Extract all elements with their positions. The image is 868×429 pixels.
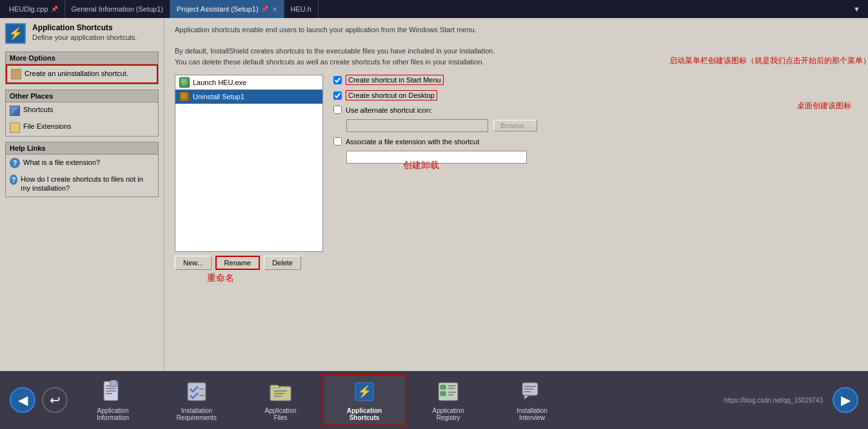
desktop-label[interactable]: Create shortcut on Desktop	[346, 90, 437, 100]
sidebar-item-label: What is a file extension?	[23, 158, 100, 167]
sidebar-item-what-ext[interactable]: ? What is a file extension?	[6, 155, 158, 171]
shortcut-item-uninstall[interactable]: Uninstall Setup1	[175, 90, 322, 104]
toolbar-app-shortcuts[interactable]: ⚡ Application Shortcuts	[322, 374, 406, 426]
svg-rect-8	[199, 395, 204, 396]
toolbar-install-req[interactable]: Installation Requirements	[155, 374, 239, 426]
page-header-icon: ⚡	[5, 23, 26, 44]
svg-rect-24	[524, 386, 536, 387]
sidebar: ⚡ Application Shortcuts Define your appl…	[0, 18, 164, 371]
app-files-icon	[268, 379, 293, 405]
shortcut-item-label: Uninstall Setup1	[193, 93, 244, 100]
alternate-icon-checkbox[interactable]	[333, 106, 342, 114]
help-links-title: Help Links	[6, 142, 158, 155]
nav-next-button[interactable]: ▶	[833, 387, 858, 413]
sidebar-item-how-create[interactable]: ? How do I create shortcuts to files not…	[6, 171, 158, 196]
svg-rect-2	[106, 388, 116, 389]
launch-icon	[179, 77, 190, 88]
uninstall-icon	[179, 91, 190, 102]
svg-rect-16	[440, 385, 446, 389]
svg-rect-3	[106, 390, 116, 392]
pin-icon: 📌	[51, 6, 58, 12]
svg-rect-7	[199, 388, 204, 390]
associate-ext-checkbox[interactable]	[333, 137, 342, 146]
title-bar-controls: ▼	[853, 5, 865, 13]
desktop-option: Create shortcut on Desktop	[333, 90, 858, 100]
new-button[interactable]: New...	[175, 256, 212, 270]
svg-rect-20	[448, 392, 456, 393]
other-places-title: Other Places	[6, 90, 158, 102]
tab-heu-h[interactable]: HEU.h	[284, 0, 319, 18]
start-menu-label[interactable]: Create shortcut in Start Menu	[346, 75, 444, 85]
svg-rect-19	[448, 388, 455, 389]
desktop-checkbox[interactable]	[333, 91, 342, 100]
fileext-icon	[10, 122, 20, 133]
tab-general-info[interactable]: General Information (Setup1)	[65, 0, 170, 18]
sidebar-item-uninstall[interactable]: Create an uninstallation shortcut.	[6, 64, 158, 84]
toolbar-app-registry[interactable]: Application Registry	[406, 374, 490, 426]
nav-prev-button[interactable]: ◀	[10, 387, 35, 413]
sidebar-item-shortcuts[interactable]: Shortcuts	[6, 102, 158, 119]
start-menu-annotation: 启动菜单栏创建该图标（就是我们点击开始后的那个菜单）	[669, 55, 868, 66]
options-panel: Create shortcut in Start Menu Create sho…	[333, 75, 858, 284]
toolbar-install-interview[interactable]: Installation Interview	[490, 374, 574, 426]
more-options-title: More Options	[6, 52, 158, 64]
sidebar-item-label: File Extensions	[23, 122, 72, 130]
bottom-toolbar: ◀ ↩ Application Information Inst	[0, 371, 868, 429]
close-icon[interactable]: ✕	[272, 6, 277, 13]
toolbar-label: Application Registry	[433, 407, 464, 421]
sidebar-item-label: Shortcuts	[23, 106, 53, 113]
desktop-annotation: 桌面创建该图标	[797, 100, 851, 111]
shortcuts-panel: Launch HEU.exe Uninstall Setup1 New... R…	[175, 75, 323, 284]
rename-button[interactable]: Rename	[215, 256, 261, 270]
help-links-section: Help Links ? What is a file extension? ?…	[5, 142, 159, 197]
svg-rect-5	[110, 380, 117, 386]
tab-heu-dlg[interactable]: HEUDlg.cpp 📌	[3, 0, 65, 18]
svg-rect-25	[524, 388, 533, 390]
toolbar-label: Application Shortcuts	[347, 407, 382, 421]
associate-ext-label[interactable]: Associate a file extension with the shor…	[346, 138, 479, 146]
shortcut-item-launch[interactable]: Launch HEU.exe	[175, 75, 322, 90]
alternate-icon-label[interactable]: Use alternate shortcut icon:	[346, 106, 432, 114]
page-header: ⚡ Application Shortcuts Define your appl…	[5, 23, 159, 44]
other-places-section: Other Places Shortcuts File Extensions	[5, 90, 159, 137]
rename-annotation: 重命名	[207, 272, 323, 284]
page-header-text: Application Shortcuts Define your applic…	[32, 23, 137, 41]
app-shortcuts-icon: ⚡	[351, 379, 377, 405]
browse-button[interactable]: Browse...	[493, 120, 537, 131]
uninstall-annotation: 创建卸载	[403, 160, 439, 171]
shortcuts-icon	[10, 106, 20, 116]
content-area: Application shortcuts enable end users t…	[164, 18, 868, 371]
svg-marker-23	[524, 396, 529, 399]
question-icon: ?	[10, 158, 20, 168]
toolbar-app-files[interactable]: Application Files	[239, 374, 322, 426]
nav-back-button[interactable]: ↩	[42, 387, 68, 413]
toolbar-label: Application Information	[97, 407, 129, 421]
icon-path-input[interactable]	[346, 119, 488, 132]
title-bar: HEUDlg.cpp 📌 General Information (Setup1…	[0, 0, 868, 18]
more-options-section: More Options Create an uninstallation sh…	[5, 52, 159, 84]
svg-rect-10	[274, 390, 287, 392]
sidebar-item-fileext[interactable]: File Extensions	[6, 119, 158, 136]
svg-text:⚡: ⚡	[357, 385, 372, 399]
svg-rect-17	[440, 392, 446, 396]
browse-row: Browse...	[346, 119, 858, 132]
svg-rect-6	[188, 383, 206, 401]
svg-rect-4	[106, 393, 112, 394]
delete-button[interactable]: Delete	[264, 256, 301, 270]
svg-rect-12	[274, 396, 282, 397]
uninstall-icon	[11, 69, 21, 79]
shortcut-icon: ⚡	[8, 26, 23, 41]
app-registry-icon	[435, 379, 461, 405]
install-req-icon	[184, 379, 210, 405]
toolbar-app-info[interactable]: Application Information	[71, 374, 155, 426]
svg-rect-18	[448, 385, 456, 386]
start-menu-checkbox[interactable]	[333, 76, 342, 84]
tab-project-assistant[interactable]: Project Assistant (Setup1) 📌 ✕	[170, 0, 284, 18]
app-info-icon	[100, 379, 126, 405]
shortcuts-buttons: New... Rename Delete	[175, 256, 323, 270]
shortcuts-list[interactable]: Launch HEU.exe Uninstall Setup1	[175, 75, 323, 252]
install-interview-icon	[519, 379, 545, 405]
toolbar-label: Installation Requirements	[177, 407, 217, 421]
associate-ext-option: Associate a file extension with the shor…	[333, 137, 858, 146]
svg-rect-21	[448, 394, 453, 396]
